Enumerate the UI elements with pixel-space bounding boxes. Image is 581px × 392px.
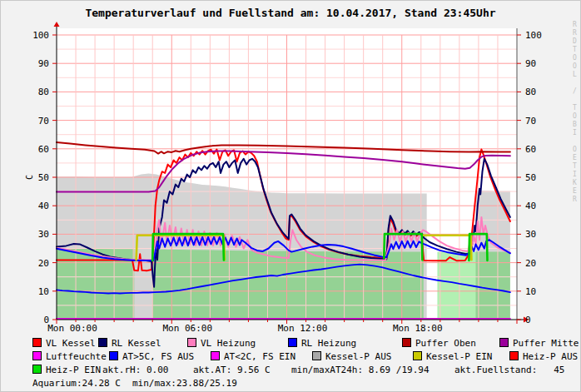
svg-text:80: 80 <box>38 87 49 97</box>
svg-text:50: 50 <box>525 172 536 183</box>
svg-text:70: 70 <box>525 116 536 127</box>
svg-text:60: 60 <box>525 144 536 155</box>
svg-text:Mon 06:00: Mon 06:00 <box>162 323 212 334</box>
svg-text:20: 20 <box>525 258 536 269</box>
svg-text:30: 30 <box>38 229 49 240</box>
svg-text:Mon 18:00: Mon 18:00 <box>393 323 443 334</box>
svg-text:Mon 12:00: Mon 12:00 <box>278 323 328 334</box>
rrdtool-graph: 0010102020303040405050606070708080909010… <box>0 0 581 392</box>
svg-text:60: 60 <box>38 144 49 155</box>
svg-text:20: 20 <box>38 258 49 269</box>
svg-text:100: 100 <box>32 30 49 41</box>
svg-text:90: 90 <box>38 58 49 69</box>
svg-text:0: 0 <box>525 315 531 325</box>
svg-text:80: 80 <box>525 87 536 97</box>
svg-text:40: 40 <box>525 201 536 211</box>
svg-text:40: 40 <box>38 201 49 211</box>
plot-area: 0010102020303040405050606070708080909010… <box>1 1 581 392</box>
svg-text:10: 10 <box>525 286 536 297</box>
svg-text:70: 70 <box>38 116 49 127</box>
grid-lines <box>57 35 517 320</box>
svg-text:90: 90 <box>525 58 536 69</box>
svg-text:C: C <box>25 175 34 180</box>
svg-text:30: 30 <box>525 229 536 240</box>
svg-text:50: 50 <box>38 172 49 183</box>
svg-text:Mon 00:00: Mon 00:00 <box>47 323 97 334</box>
svg-text:10: 10 <box>38 286 49 297</box>
svg-text:100: 100 <box>525 30 542 41</box>
chart-title: Temperaturverlauf und Fuellstand am: 10.… <box>1 7 580 19</box>
rrdtool-watermark: RRDTOOL / TOBI OETIKER <box>571 21 579 204</box>
